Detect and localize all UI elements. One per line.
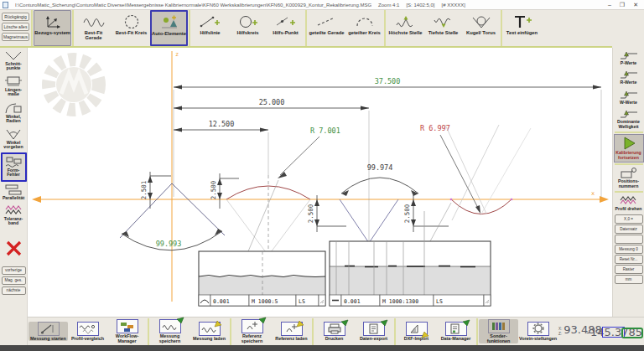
hilfskreis-button[interactable]: Hilfskreis <box>229 10 267 46</box>
dim-2-501: 2.501 <box>140 181 148 200</box>
sidebar-item-wwerte[interactable]: W-Werte <box>614 87 644 106</box>
messung-0-button[interactable]: Messung 0 <box>615 245 643 254</box>
mag-ges-button[interactable]: Mag. ges. <box>2 276 26 285</box>
datensatz-loeschen-button[interactable]: Datensatz löschen <box>615 225 643 234</box>
r-values-icon <box>619 68 639 80</box>
auto-elemente-button[interactable]: Auto-Elemente <box>150 10 188 46</box>
sidebar-item-positionsnummern[interactable]: Positions-nummern <box>614 166 644 190</box>
tiefste-stelle-button[interactable]: Tiefste Stelle <box>424 10 462 46</box>
magnet-mouse-button[interactable]: Magnetmaus <box>2 33 29 41</box>
sidebar-item-pwerte[interactable]: P-Werte <box>614 48 644 67</box>
x0-button[interactable]: X,0 = <box>615 214 643 224</box>
divider <box>615 132 643 133</box>
drucken-button[interactable]: Drucken <box>314 322 354 342</box>
x-axis-label: X: <box>558 327 562 331</box>
start-measurement-icon <box>38 322 60 336</box>
sidebar-item-toleranzband[interactable]: Toleranz-band <box>1 203 27 229</box>
bestfit-kreis-button[interactable]: Best-Fit Kreis <box>112 10 150 46</box>
w-values-icon <box>619 88 639 101</box>
dim-r7-001: R 7.001 <box>310 126 340 135</box>
gear-icon <box>527 322 549 336</box>
kugel-torus-button[interactable]: Kugel/ Torus <box>462 10 500 46</box>
voreinstellungen-button[interactable]: Vorein-stellungen <box>518 322 558 342</box>
clear-all-button[interactable]: Lösche alles <box>2 23 29 31</box>
hilfspunkt-button[interactable]: Hilfs-Punkt <box>267 10 304 46</box>
raster-button[interactable]: Raster <box>615 265 643 274</box>
bestfit-gerade-button[interactable]: Best-Fit Gerade <box>75 10 112 46</box>
special-functions-icon <box>488 319 510 333</box>
z-position-value: -145.3785 <box>586 326 642 338</box>
sidebar-item-rwerte[interactable]: R-Werte <box>614 67 644 86</box>
undo-button[interactable]: Rückgängig <box>2 13 29 21</box>
sidebar-item-profil-drehen[interactable]: Profil drehen <box>614 194 644 213</box>
helper-circle-icon <box>237 13 259 30</box>
referenz-laden-button[interactable]: Referenz laden <box>272 322 311 342</box>
sidebar-item-dominante-welligkeit[interactable]: Dominante Welligkeit <box>614 106 644 131</box>
sidebar-item-winkel-vorgeben[interactable]: Winkel vorgeben <box>1 126 27 152</box>
dim-12-500: 12.500 <box>209 120 235 128</box>
dxf-import-button[interactable]: DXF-Import <box>397 322 436 342</box>
split-line-icon <box>316 13 338 30</box>
reset-nr-button[interactable]: Reset Nr... <box>615 255 643 264</box>
dim-37-500: 37.500 <box>375 77 401 85</box>
close-button[interactable]: ✕ <box>633 2 638 8</box>
green-arrow-icon <box>174 317 184 325</box>
position-readout: X: Z: 93.488 -145.3785 <box>558 323 644 341</box>
messung-laden-button[interactable]: Messung laden <box>190 322 229 342</box>
previous-button[interactable]: vorherige <box>2 266 26 275</box>
datenexport-button[interactable]: Daten-export <box>354 322 393 342</box>
tolerance-band-icon <box>4 204 23 217</box>
form-error-icon <box>4 156 23 168</box>
axis-label-z: z <box>175 51 179 58</box>
titlebar: I:\ConturoMatic_Sicherung\ConturoMatic D… <box>0 0 644 10</box>
geteilte-gerade-button[interactable]: geteilte Gerade <box>308 10 345 46</box>
window-title: I:\ConturoMatic_Sicherung\ConturoMatic D… <box>15 3 371 8</box>
bezugssystem-button[interactable]: Bezugs-system <box>34 10 71 46</box>
profile-detail-box-1: 0.001 M 1000:5 LS <box>199 251 325 306</box>
messung-speichern-button[interactable]: Messung speichern <box>150 319 190 343</box>
minimize-button[interactable]: – <box>608 2 611 8</box>
linear-dimensions: 37.500 25.000 12.500 <box>174 77 601 132</box>
sidebar-item-winkel-radien[interactable]: Winkel, Radien <box>1 100 27 126</box>
yellow-arrow-icon <box>296 319 306 328</box>
sidebar-item-formfehler[interactable]: Form-Fehler <box>1 152 27 182</box>
helper-line-icon <box>200 13 221 30</box>
kalibrierung-fortsetzen-button[interactable]: Kalibrierung fortsetzen <box>614 134 644 163</box>
sidebar-item-parallelitaet[interactable]: Parallelität <box>1 182 27 203</box>
hilfslinie-button[interactable]: Hilfslinie <box>191 10 229 46</box>
sonderfunktionen-button[interactable]: Sonder-funktionen <box>479 319 518 343</box>
box2-filter: LS <box>436 298 443 305</box>
sidebar-item-schnittpunkte[interactable]: Schnitt-punkte <box>1 48 27 74</box>
dim-25-000: 25.000 <box>259 98 285 106</box>
length-dimension-icon <box>4 75 23 88</box>
dim-99-974: 99.974 <box>367 163 393 172</box>
data-manager-button[interactable]: Data-Manager <box>436 322 475 342</box>
geteilter-kreis-button[interactable]: geteilter Kreis <box>345 10 383 46</box>
profile-detail-box-2: 0.001 M 1000:1300 LS <box>330 211 491 306</box>
conturomatic-window: I:\ConturoMatic_Sicherung\ConturoMatic D… <box>0 0 644 351</box>
mm-button[interactable]: mm <box>615 275 643 284</box>
load-reference-icon <box>281 322 303 336</box>
maximize-button[interactable]: ❐ <box>620 2 625 8</box>
blank-button[interactable] <box>615 235 643 244</box>
messung-starten-button[interactable]: Messung starten <box>29 322 68 342</box>
axis-label-x: x <box>591 190 595 197</box>
abort-cross-icon[interactable] <box>5 240 23 256</box>
referenz-speichern-button[interactable]: Referenz speichern <box>232 319 272 343</box>
data-export-icon <box>363 322 385 336</box>
box1-filter: LS <box>299 298 305 305</box>
hoechste-stelle-button[interactable]: Höchste Stelle <box>387 10 424 46</box>
next-button[interactable]: nächste <box>2 286 26 295</box>
text-insert-icon <box>512 13 533 30</box>
workflow-manager-button[interactable]: WorkFlow-Manager <box>107 319 147 343</box>
text-einfuegen-button[interactable]: Text einfügen <box>503 10 541 46</box>
dxf-icon <box>406 322 428 336</box>
lowest-point-icon <box>433 13 454 30</box>
measurement-canvas[interactable]: z x 37.500 25.000 <box>28 48 612 317</box>
parallelism-icon <box>4 183 23 196</box>
divider <box>615 163 643 165</box>
position-numbers-icon <box>619 167 639 179</box>
sidebar-item-laengenmasse[interactable]: Längen-maße <box>1 74 27 100</box>
profilvergleich-button[interactable]: Profil-vergleich <box>68 322 107 342</box>
dim-2-500-b: 2.500 <box>307 204 314 223</box>
